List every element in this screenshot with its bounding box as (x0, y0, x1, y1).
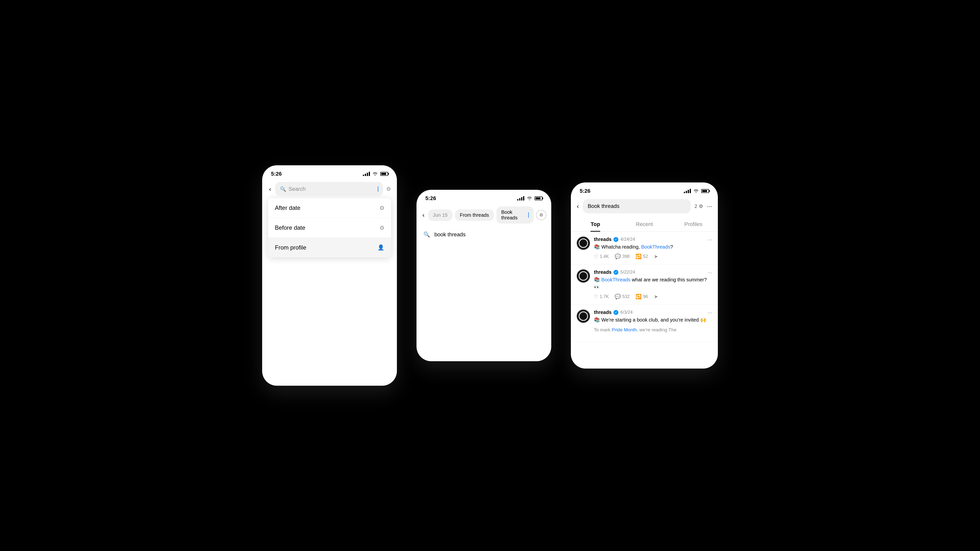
dropdown-item-after-date[interactable]: After date ⊙ (268, 198, 391, 218)
signal-icon-3 (684, 189, 691, 193)
filter-button-2[interactable]: ⚙ (536, 210, 546, 220)
verified-badge-1: ✓ (614, 237, 618, 242)
more-button-thread-1[interactable]: ··· (708, 237, 712, 243)
chip-book-threads[interactable]: Book threads (496, 206, 534, 224)
chips-bar: ‹ Jun 15 From threads Book threads ⚙ (417, 205, 551, 225)
phone-3: 5:26 ‹ Book threads 2 ⚙ ··· (571, 183, 718, 368)
thread-text-2: 📚 BookThreads what are we reading this s… (594, 276, 712, 291)
dropdown-menu: After date ⊙ Before date ⊙ From profile … (268, 198, 391, 257)
filter-sliders-icon: ⚙ (699, 203, 703, 209)
from-profile-icon: 👤 (377, 245, 384, 251)
text-cursor-1 (378, 186, 378, 192)
back-button-2[interactable]: ‹ (422, 210, 426, 220)
status-bar-2: 5:26 (417, 190, 551, 205)
share-button-1[interactable]: ➤ (654, 254, 658, 259)
comment-button-1[interactable]: 💬 398 (615, 254, 630, 259)
thread-link-3[interactable]: Pride Month (612, 327, 637, 332)
search-suggestion-icon: 🔍 (423, 232, 430, 238)
before-date-icon: ⊙ (380, 225, 384, 231)
before-date-label: Before date (275, 224, 305, 231)
wifi-icon-1 (372, 172, 378, 176)
time-3: 5:26 (580, 188, 590, 194)
thread-link-1[interactable]: BookThreads (641, 244, 670, 249)
thread-header-1: threads ✓ 4/24/24 (594, 237, 635, 242)
suggestion-text: book threads (434, 232, 466, 238)
chip-jun15[interactable]: Jun 15 (428, 210, 452, 221)
thread-content-3: threads ✓ 6/3/24 ··· 📚 We're starting a … (594, 310, 712, 337)
wifi-icon-2 (527, 196, 532, 200)
more-button-3[interactable]: ··· (707, 203, 712, 210)
battery-icon-2 (535, 196, 542, 200)
avatar-3: @ (577, 310, 590, 323)
post-date-3: 6/3/24 (620, 310, 633, 315)
thread-content-2: threads ✓ 5/22/24 ··· 📚 BookThreads what… (594, 269, 712, 300)
tab-recent[interactable]: Recent (620, 217, 669, 232)
status-bar-3: 5:26 (571, 183, 718, 197)
search-header-3: ‹ Book threads 2 ⚙ ··· (571, 197, 718, 213)
avatar-inner-3: @ (579, 311, 588, 321)
avatar-inner-1: @ (579, 238, 588, 248)
avatar-inner-2: @ (579, 272, 588, 281)
thread-item-2: @ threads ✓ 5/22/24 ··· 📚 BookThreads wh… (571, 265, 718, 305)
tabs-3: Top Recent Profiles (571, 217, 718, 232)
back-button-3[interactable]: ‹ (577, 203, 579, 210)
status-icons-3 (684, 189, 709, 193)
status-bar-1: 5:26 (262, 165, 397, 180)
time-2: 5:26 (425, 195, 436, 202)
thread-actions-1: ♡ 1.4K 💬 398 🔁 52 ➤ (594, 254, 712, 259)
chip-from-threads[interactable]: From threads (455, 210, 494, 221)
search-input-1[interactable]: 🔍 Search (275, 182, 383, 196)
wifi-icon-3 (694, 189, 699, 193)
comment-icon-1: 💬 (615, 254, 621, 259)
verified-badge-3: ✓ (614, 310, 618, 315)
after-date-icon: ⊙ (380, 205, 384, 211)
search-field-3[interactable]: Book threads (583, 199, 690, 213)
battery-icon-3 (701, 189, 709, 193)
dropdown-item-from-profile[interactable]: From profile 👤 (268, 238, 391, 257)
search-icon-1: 🔍 (280, 186, 286, 192)
repost-icon-2: 🔁 (636, 294, 642, 300)
share-button-2[interactable]: ➤ (654, 294, 658, 300)
avatar-2: @ (577, 269, 590, 283)
like-button-1[interactable]: ♡ 1.4K (594, 254, 609, 259)
thread-text-3: 📚 We're starting a book club, and you're… (594, 316, 712, 324)
battery-icon-1 (380, 172, 388, 176)
tab-top[interactable]: Top (571, 217, 620, 232)
thread-link-2[interactable]: BookThreads (601, 277, 631, 283)
search-suggestion[interactable]: 🔍 book threads (417, 225, 551, 244)
text-cursor-2 (528, 212, 529, 218)
status-icons-1 (363, 171, 388, 176)
post-date-1: 4/24/24 (620, 237, 635, 242)
tab-profiles[interactable]: Profiles (669, 217, 718, 232)
comment-button-2[interactable]: 💬 532 (615, 294, 630, 300)
share-icon-2: ➤ (654, 294, 658, 300)
comment-icon-2: 💬 (615, 294, 621, 300)
filter-button-1[interactable]: ⚙ (386, 186, 391, 192)
search-bar-1: ‹ 🔍 Search ⚙ (262, 180, 397, 198)
back-button-1[interactable]: ‹ (268, 184, 272, 194)
after-date-label: After date (275, 205, 301, 211)
like-button-2[interactable]: ♡ 1.7K (594, 294, 609, 300)
post-date-2: 5/22/24 (620, 270, 635, 275)
more-button-thread-3[interactable]: ··· (708, 310, 712, 316)
avatar-1: @ (577, 237, 590, 250)
heart-icon-1: ♡ (594, 254, 598, 259)
filter-count-button[interactable]: 2 ⚙ (695, 203, 703, 209)
repost-button-2[interactable]: 🔁 96 (636, 294, 648, 300)
thread-list: @ threads ✓ 4/24/24 ··· 📚 Whatcha readin… (571, 232, 718, 341)
username-1: threads (594, 237, 611, 242)
thread-text-1: 📚 Whatcha reading, BookThreads? (594, 243, 712, 251)
verified-badge-2: ✓ (614, 270, 618, 275)
share-icon-1: ➤ (654, 254, 658, 259)
repost-button-1[interactable]: 🔁 52 (636, 254, 648, 259)
from-profile-label: From profile (275, 244, 306, 251)
username-3: threads (594, 310, 611, 315)
heart-icon-2: ♡ (594, 294, 598, 300)
thread-content-1: threads ✓ 4/24/24 ··· 📚 Whatcha reading,… (594, 237, 712, 259)
phone-1: 5:26 ‹ 🔍 Search ⚙ After date (262, 165, 397, 386)
repost-icon-1: 🔁 (636, 254, 642, 259)
more-button-thread-2[interactable]: ··· (708, 269, 712, 276)
dropdown-item-before-date[interactable]: Before date ⊙ (268, 218, 391, 238)
thread-item-3: @ threads ✓ 6/3/24 ··· 📚 We're starting … (571, 305, 718, 341)
thread-header-3: threads ✓ 6/3/24 (594, 310, 633, 315)
